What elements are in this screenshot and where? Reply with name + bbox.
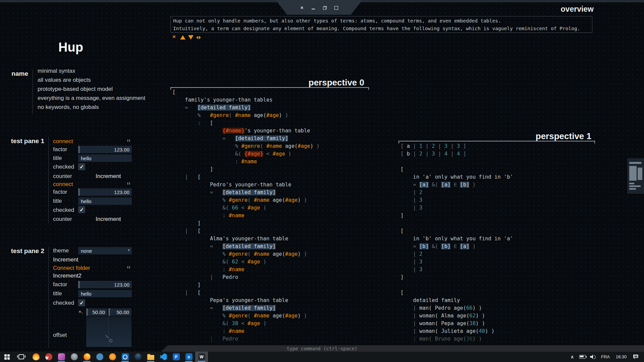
factor-label: factor (53, 146, 67, 153)
taskbar-app-vscode[interactable] (157, 352, 170, 362)
taskbar-app-p-app[interactable]: P (170, 352, 182, 362)
theme-dropdown[interactable]: none ▾ (78, 247, 132, 254)
restore-icon[interactable] (322, 5, 327, 10)
perspective0-code[interactable]: [ family's younger-than tables = [detail… (172, 88, 320, 343)
doc-move-up-icon[interactable] (180, 35, 185, 40)
name-section-label: name (0, 70, 28, 77)
doc-box[interactable]: Hup can not only handle numbers, but als… (170, 16, 592, 33)
title-input[interactable]: hello (78, 155, 132, 162)
start-button[interactable] (0, 352, 14, 362)
doc-resize-horizontal-icon[interactable] (196, 36, 198, 39)
doc-resize-horizontal-icon[interactable] (199, 36, 201, 39)
tray-expand-chevron-icon[interactable]: ∧ (568, 354, 577, 359)
checked-checkbox[interactable]: ✓ (78, 206, 85, 213)
factor-input[interactable]: 123.00 (78, 281, 132, 288)
minimap-bar (629, 188, 636, 190)
feature-item: prototype-based object model (38, 84, 145, 94)
checked-label: checked (53, 164, 74, 170)
spin-y-input[interactable]: 50.00 (108, 308, 131, 316)
checked-checkbox[interactable]: ✓ (78, 163, 85, 170)
task-view-button[interactable] (14, 352, 28, 362)
code-line: in 'b' only what you find in 'a' (400, 235, 513, 243)
pad-cursor[interactable] (109, 339, 112, 342)
code-line (400, 220, 513, 227)
theme-label: theme (53, 247, 69, 254)
outlook-icon: o (185, 353, 193, 360)
connect-folder-button[interactable]: Connect folder (53, 265, 90, 272)
code-line: = [detailed family] (172, 304, 320, 312)
feature-item: minimal syntax (38, 66, 145, 75)
factor-input[interactable]: 123.00 (78, 188, 132, 196)
taskbar-app-outlook[interactable]: o (182, 352, 195, 362)
taskbar-app-clock[interactable] (119, 352, 131, 362)
title-value: hello (81, 156, 92, 161)
clock[interactable]: 16:30 (612, 354, 630, 359)
connect-button[interactable]: connect (53, 138, 73, 145)
checked-checkbox[interactable]: ✓ (78, 299, 85, 306)
speaker-icon[interactable] (588, 355, 598, 359)
close-icon[interactable]: × (299, 5, 305, 10)
taskbar-app-blender[interactable] (106, 352, 119, 362)
task-view-icon (18, 354, 24, 359)
factor-input[interactable]: 123.00 (78, 146, 132, 153)
connect-button[interactable]: connect (53, 181, 73, 188)
code-line: : #name (172, 266, 320, 274)
maximize-icon[interactable] (333, 5, 339, 10)
layout-minimap[interactable] (627, 158, 644, 194)
increment-button[interactable]: Increment (96, 216, 121, 223)
doc-move-down-icon[interactable] (188, 35, 194, 40)
taskbar-app-pink-app[interactable] (55, 352, 68, 362)
title-input[interactable]: hello (78, 290, 132, 297)
pane2-label: test pane 2 (0, 247, 44, 255)
code-line: % #genre( #name age(#age) ) (172, 112, 320, 119)
code-line: in 'a' only what you find in 'b' (400, 173, 513, 181)
minimap-bar (629, 183, 634, 184)
doc-line: Intuitively, a term can designate any el… (173, 25, 592, 33)
code-line: % #genre( #name age(#age) ) (172, 250, 320, 258)
spin-x-input[interactable]: 50.00 (86, 308, 107, 316)
taskbar-app-word[interactable]: W (195, 352, 208, 362)
code-line: [ (400, 227, 513, 235)
pad-axis-line (108, 316, 109, 347)
code-line: | 3 (400, 266, 513, 274)
offset-xy-pad[interactable] (86, 316, 131, 347)
code-line: family's younger-than tables (172, 96, 320, 104)
taskbar-app-file-explorer[interactable] (144, 352, 157, 362)
taskbar-app-godot[interactable] (93, 352, 106, 362)
code-line: : #name (172, 327, 320, 335)
taskbar-app-owl[interactable] (68, 352, 80, 362)
language-indicator[interactable]: FRA (598, 354, 612, 359)
perspective1-code[interactable]: [ a | 1 | 2 | 3 | 3 ][ b | 2 | 3 | 4 | 4… (400, 142, 513, 343)
doc-line: Hup can not only handle numbers, but als… (173, 17, 592, 25)
chevron-down-icon: ▾ (128, 248, 130, 252)
factor-label: factor (53, 189, 67, 195)
taskbar-app-darts[interactable] (42, 352, 55, 362)
connect-handle-icon[interactable] (127, 266, 131, 269)
xy-drag-icon[interactable]: +. (78, 309, 83, 314)
increment-button[interactable]: Increment (96, 173, 121, 180)
code-line: [ (172, 88, 320, 96)
battery-icon[interactable] (577, 355, 588, 359)
code-line: [ (400, 289, 513, 297)
code-line: | man( Pedro age(66) ) (400, 304, 513, 312)
increment2-button[interactable]: Increment2 (53, 273, 82, 279)
clock-icon (122, 353, 129, 360)
flame-icon (33, 353, 40, 360)
title-input[interactable]: hello (78, 197, 132, 205)
code-line: [ b | 2 | 3 | 4 | 4 ] (400, 150, 513, 158)
taskbar-app-firefox[interactable] (80, 352, 93, 362)
increment-button[interactable]: Increment (53, 256, 78, 263)
connect-handle-icon[interactable] (127, 182, 131, 185)
taskbar-app-edge[interactable] (208, 352, 221, 362)
code-line: | [ (172, 227, 320, 235)
code-line: ] (172, 166, 320, 173)
doc-close-icon[interactable]: × (172, 34, 176, 40)
app-title: Hup (20, 40, 121, 55)
action-center-icon[interactable] (630, 355, 641, 359)
taskbar-app-steam[interactable] (131, 352, 144, 362)
connect-handle-icon[interactable] (127, 139, 131, 142)
taskbar-app-flame[interactable] (30, 352, 42, 362)
command-input-hint[interactable]: type command (ctrl-space) (0, 346, 644, 352)
code-line: = [b] &( [b] ∈ [a] ) (400, 243, 513, 250)
minimize-icon[interactable] (311, 5, 316, 10)
